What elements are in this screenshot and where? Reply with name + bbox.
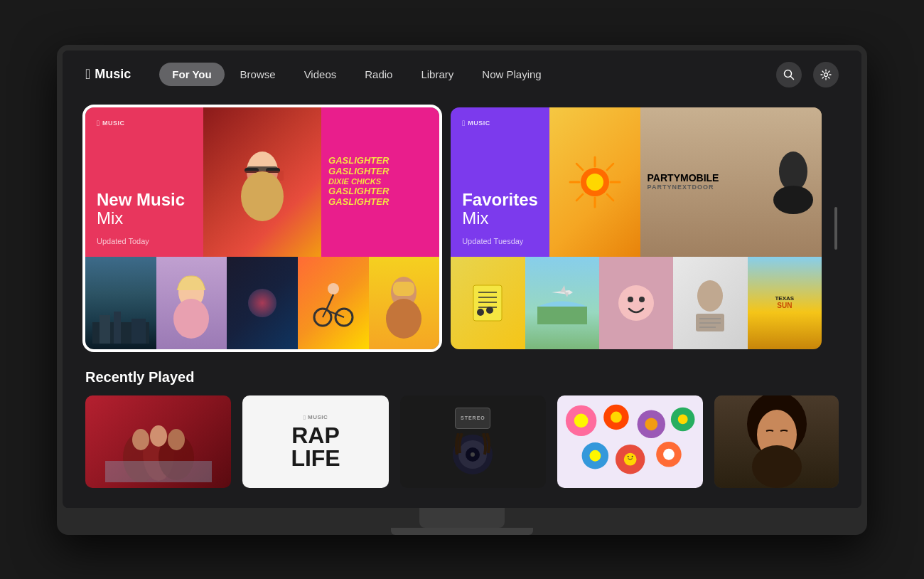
fav-art-b4 [673, 257, 747, 349]
svg-point-47 [639, 297, 645, 302]
favorites-bottom-row: TEXAS SUN [451, 257, 822, 349]
tv-screen:  Music For You Browse Videos Radio Libr… [63, 51, 861, 508]
tab-for-you[interactable]: For You [159, 63, 224, 86]
svg-point-71 [678, 414, 688, 424]
search-button[interactable] [776, 62, 802, 87]
favorites-title: Favorites [462, 191, 538, 209]
rap-album-art [105, 418, 212, 482]
portrait-art-3 [382, 267, 425, 339]
recent-item-2[interactable]:  MUSIC RAPLIFE [242, 395, 388, 488]
apple-badge-icon:  [97, 119, 100, 127]
svg-point-35 [779, 152, 807, 191]
app-name: Music [95, 67, 131, 82]
gaslighter-cell: GASLIGHTER GASLIGHTER DIXIE CHICKS GASLI… [321, 107, 439, 257]
svg-point-63 [471, 452, 475, 457]
svg-point-18 [328, 283, 339, 294]
svg-line-33 [607, 164, 613, 170]
tab-library[interactable]: Library [408, 63, 466, 86]
section-title-recently-played: Recently Played [85, 369, 839, 386]
new-music-main-cell:  MUSIC New Music Mix Updated Today [85, 107, 203, 257]
favorites-badge-text: MUSIC [468, 119, 490, 127]
rap-life-title: RAPLIFE [291, 424, 340, 469]
art-cell-1 [203, 107, 321, 257]
stereo-badge: STEREO [455, 408, 490, 429]
scrollbar-thumb[interactable] [834, 207, 837, 250]
fav-art-b3 [599, 257, 673, 349]
svg-line-20 [323, 310, 326, 317]
svg-point-58 [168, 429, 185, 450]
favorites-main-cell:  MUSIC Favorites Mix Updated Tuesday [451, 107, 549, 257]
svg-point-46 [628, 297, 633, 302]
nav-tabs: For You Browse Videos Radio Library Now … [159, 63, 765, 86]
tv-stand [419, 508, 505, 528]
svg-rect-44 [537, 307, 587, 324]
party-mobile-art [768, 150, 818, 214]
svg-point-43 [486, 307, 493, 314]
bottom-arts-row [85, 257, 439, 349]
smiley-art [615, 282, 657, 324]
gear-icon [820, 69, 832, 80]
favorites-mix-card[interactable]:  MUSIC Favorites Mix Updated Tuesday [451, 107, 822, 349]
bottom-art-1 [85, 257, 156, 349]
tab-videos[interactable]: Videos [291, 63, 350, 86]
recent-item-5[interactable] [714, 395, 839, 488]
svg-point-42 [477, 309, 484, 316]
svg-point-36 [773, 186, 813, 214]
gaslighter-text: GASLIGHTER GASLIGHTER DIXIE CHICKS GASLI… [328, 156, 432, 207]
svg-rect-13 [131, 319, 146, 344]
search-icon [783, 69, 795, 80]
svg-point-69 [645, 418, 657, 430]
artist-portrait-art [720, 395, 834, 488]
recent-item-3[interactable]: STEREO [400, 395, 546, 488]
bottom-art-2 [156, 257, 227, 349]
scrollbar-area [833, 107, 839, 349]
fav-art-b5: TEXAS SUN [748, 257, 822, 349]
apple-icon:  [85, 66, 90, 83]
favorites-badge:  MUSIC [462, 119, 538, 127]
svg-line-32 [607, 194, 613, 201]
recent-item-4[interactable] [557, 395, 703, 488]
bottom-art-3 [227, 257, 298, 349]
featured-row:  MUSIC New Music Mix Updated Today [85, 107, 839, 349]
portrait-art-2 [170, 267, 213, 339]
recent-item-1[interactable] [85, 395, 231, 488]
flowers-art [560, 399, 700, 484]
svg-rect-11 [100, 315, 110, 344]
fav-art-b1 [451, 257, 525, 349]
new-music-title-wrap: New Music Mix Updated Today [97, 191, 192, 245]
svg-point-80 [632, 455, 633, 457]
new-music-mix-card[interactable]:  MUSIC New Music Mix Updated Today [85, 107, 439, 349]
svg-point-24 [386, 299, 421, 339]
outdoor-art [537, 282, 587, 324]
portrait-art-1 [234, 139, 291, 225]
apple-music-badge:  MUSIC [97, 119, 192, 127]
tab-now-playing[interactable]: Now Playing [469, 63, 554, 86]
favorites-title2: Mix [462, 209, 538, 228]
svg-line-34 [576, 194, 583, 201]
svg-point-77 [663, 448, 675, 460]
rap-life-badge:  MUSIC [303, 414, 328, 421]
svg-rect-12 [114, 312, 121, 344]
app-logo:  Music [85, 66, 131, 83]
main-content:  MUSIC New Music Mix Updated Today [63, 99, 861, 505]
tv-stand-base [391, 528, 533, 535]
new-music-title: New Music [97, 191, 192, 209]
bottom-art-4 [298, 257, 369, 349]
fav-art-b2 [525, 257, 599, 349]
svg-point-26 [586, 174, 603, 191]
settings-button[interactable] [813, 62, 839, 87]
svg-point-83 [752, 445, 802, 488]
svg-line-1 [791, 76, 794, 79]
nav-bar:  Music For You Browse Videos Radio Libr… [63, 51, 861, 99]
tab-radio[interactable]: Radio [352, 63, 405, 86]
svg-point-79 [628, 455, 629, 457]
light-art [689, 275, 731, 331]
svg-line-31 [576, 164, 583, 170]
favorites-art-1 [549, 107, 640, 257]
apple-badge-text: MUSIC [102, 119, 125, 127]
tv-frame:  Music For You Browse Videos Radio Libr… [57, 45, 867, 535]
cyclist-art [312, 275, 355, 331]
tab-browse[interactable]: Browse [227, 63, 289, 86]
svg-rect-37 [473, 285, 502, 321]
svg-point-67 [611, 411, 622, 423]
